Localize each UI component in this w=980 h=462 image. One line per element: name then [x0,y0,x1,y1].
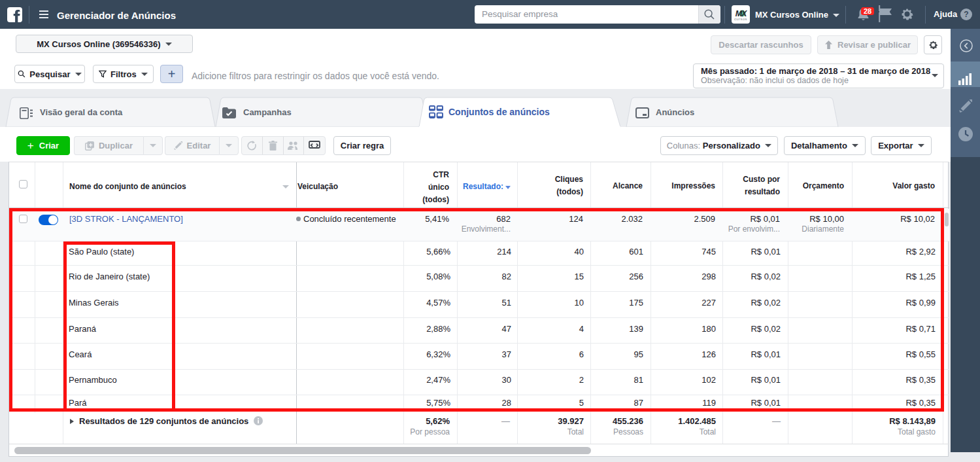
svg-text:cursos: cursos [734,17,747,21]
svg-text:?: ? [964,10,968,19]
